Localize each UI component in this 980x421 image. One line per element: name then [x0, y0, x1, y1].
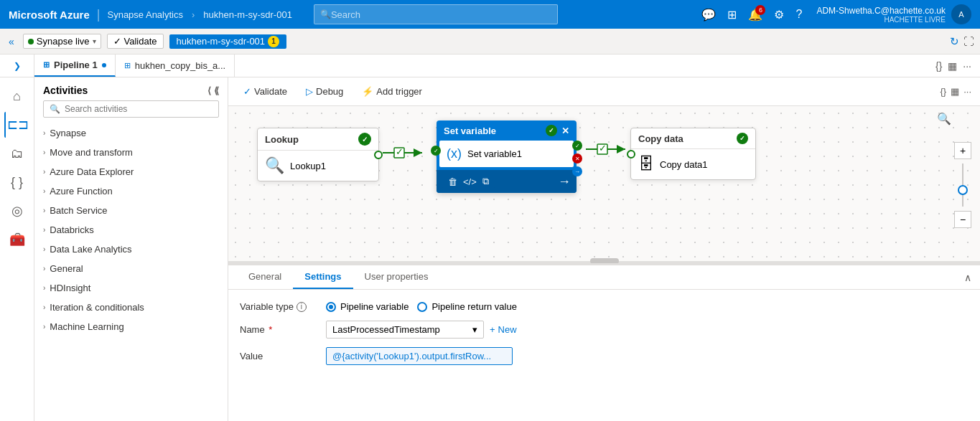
global-search-box[interactable]: 🔍 [314, 4, 558, 24]
group-data-lake[interactable]: › Data Lake Analytics [34, 240, 228, 259]
setvar-close-icon[interactable]: ✕ [561, 126, 569, 136]
tab-settings[interactable]: Settings [293, 265, 353, 289]
env-label: Synapse live [37, 36, 90, 47]
pipeline-variable-radio-circle[interactable] [326, 302, 336, 312]
help-icon[interactable]: ? [793, 5, 805, 24]
canvas-search-icon[interactable]: 🔍 [937, 112, 951, 126]
hdinsight-chevron-icon: › [43, 284, 45, 292]
toolbar-grid-icon[interactable]: ▦ [951, 86, 959, 97]
zoom-in-button[interactable]: + [954, 142, 971, 159]
tab-user-properties[interactable]: User properties [353, 265, 440, 289]
pipeline-canvas[interactable]: Lookup ✓ 🔍 Lookup1 ✓ Set v [228, 106, 980, 421]
setvar-code-icon[interactable]: </> [463, 176, 477, 187]
data-icon[interactable]: 🗂 [4, 141, 30, 166]
lookup-output-connector[interactable] [374, 151, 383, 159]
new-button[interactable]: + New [490, 324, 517, 335]
group-general[interactable]: › General [34, 259, 228, 278]
group-synapse[interactable]: › Synapse [34, 123, 228, 143]
tab-settings-label: Settings [304, 271, 341, 282]
setvar-in-success[interactable]: ✓ [431, 146, 441, 156]
setvar-out-fail[interactable]: ✕ [572, 153, 582, 164]
add-trigger-toolbar-button[interactable]: ⚡ Add trigger [355, 82, 429, 100]
group-batch-service[interactable]: › Batch Service [34, 201, 228, 220]
user-avatar[interactable]: A [951, 4, 971, 24]
tab-general[interactable]: General [237, 265, 293, 289]
toolbar-right: {} ▦ ··· [940, 86, 971, 97]
tab-general-label: General [248, 271, 281, 282]
manage-icon[interactable]: 🧰 [4, 227, 30, 252]
toolbar-json-icon[interactable]: {} [940, 86, 946, 97]
zoom-out-button[interactable]: − [954, 211, 971, 228]
setvar-delete-icon[interactable]: 🗑 [448, 176, 457, 187]
collapse-icon[interactable]: ⟨ [207, 85, 211, 96]
tab-pipeline1[interactable]: ⊞ Pipeline 1 [34, 55, 116, 77]
group-databricks[interactable]: › Databricks [34, 220, 228, 240]
refresh-icon[interactable]: ↻ [950, 35, 959, 48]
develop-icon[interactable]: { } [4, 169, 30, 195]
group-hdinsight-label: HDInsight [50, 283, 90, 293]
variable-type-info-icon[interactable]: i [297, 302, 307, 312]
validate-toolbar-button[interactable]: ✓ Validate [237, 82, 294, 100]
group-batch-service-label: Batch Service [50, 205, 107, 216]
home-icon[interactable]: ⌂ [4, 83, 30, 109]
search-activities-input[interactable] [65, 104, 213, 114]
group-general-label: General [50, 263, 83, 274]
sidebar-toggle[interactable]: ❯ [0, 55, 34, 77]
setvar-copy-icon[interactable]: ⧉ [482, 176, 489, 187]
toolbar-more-icon[interactable]: ··· [963, 86, 971, 97]
monitor-icon[interactable]: ◎ [4, 198, 30, 224]
copy-data-activity-box[interactable]: Copy data ✓ 🗄 Copy data1 [630, 128, 756, 180]
copy-data-activity-icon: 🗄 [638, 155, 654, 174]
search-activities-box[interactable]: 🔍 [43, 100, 219, 118]
validate-button[interactable]: ✓ Validate [107, 34, 164, 49]
setvar-left-connectors: ✓ [431, 146, 441, 156]
group-move-transform-label: Move and transform [50, 147, 133, 158]
setvar-arrow-icon[interactable]: → [558, 174, 571, 189]
svg-text:✓: ✓ [396, 146, 403, 157]
active-workspace-tab[interactable]: hukhen-m-sy-sdr-001 1 [169, 34, 287, 49]
group-move-transform[interactable]: › Move and transform [34, 143, 228, 162]
feedback-icon[interactable]: 💬 [699, 5, 719, 24]
bottom-panel-content: Variable type i Pipeline variable Pipeli… [228, 290, 980, 377]
copy-data-box-header: Copy data ✓ [631, 128, 755, 149]
collapse-left-icon[interactable]: « [6, 33, 17, 50]
group-data-explorer[interactable]: › Azure Data Explorer [34, 162, 228, 181]
pipeline-nav-icon[interactable]: ⊏⊐ [4, 112, 30, 138]
notification-icon[interactable]: 🔔 6 [745, 5, 765, 24]
user-info[interactable]: ADM-Shwetha.C@hachette.co.uk HACHETTE LI… [816, 6, 946, 24]
fullscreen-icon[interactable]: ⛶ [963, 35, 974, 48]
pipeline-variable-radio[interactable]: Pipeline variable [326, 301, 409, 312]
batch-service-chevron-icon: › [43, 207, 45, 214]
environment-selector[interactable]: Synapse live ▾ [23, 34, 101, 49]
global-search-input[interactable] [331, 9, 551, 20]
copy-data-input-connector[interactable] [627, 150, 635, 159]
zoom-slider[interactable] [962, 164, 963, 207]
tab-user-properties-label: User properties [365, 271, 429, 282]
settings-icon[interactable]: ⚙ [771, 5, 787, 24]
tab-pipeline2[interactable]: ⊞ hukhen_copy_bis_a... [116, 55, 235, 77]
set-variable-activity-box[interactable]: Set variable ✓ ✕ (x) Set variable1 🗑 </>… [437, 120, 577, 193]
group-machine-learning[interactable]: › Machine Learning [34, 317, 228, 336]
machine-learning-chevron-icon: › [43, 323, 45, 331]
setvar-out-complete[interactable]: → [572, 166, 582, 176]
more-icon[interactable]: ··· [963, 60, 971, 72]
bottom-panel-collapse-icon[interactable]: ∧ [964, 272, 971, 283]
value-input[interactable]: @{activity('Lookup1').output.firstRow... [326, 347, 513, 365]
pipeline-return-radio-circle[interactable] [417, 302, 427, 312]
pipeline-return-radio[interactable]: Pipeline return value [417, 301, 517, 312]
collapse-icons[interactable]: ⟨ ⟪ [207, 85, 219, 96]
group-azure-function[interactable]: › Azure Function [34, 181, 228, 201]
group-iteration[interactable]: › Iteration & conditionals [34, 298, 228, 317]
group-hdinsight[interactable]: › HDInsight [34, 278, 228, 298]
name-dropdown[interactable]: LastProcessedTimestamp ▾ [326, 321, 484, 339]
move-transform-chevron-icon: › [43, 148, 45, 156]
lookup-activity-box[interactable]: Lookup ✓ 🔍 Lookup1 [257, 128, 379, 181]
setvar-out-success[interactable]: ✓ [572, 141, 582, 151]
portal-icon[interactable]: ⊞ [724, 5, 739, 24]
grid-icon[interactable]: ▦ [948, 60, 957, 72]
debug-toolbar-button[interactable]: ▷ Debug [299, 82, 350, 100]
zoom-handle[interactable] [958, 185, 968, 195]
set-variable-formula-icon: (x) [447, 146, 462, 161]
collapse-all-icon[interactable]: ⟪ [214, 85, 219, 96]
json-icon[interactable]: {} [935, 60, 942, 72]
